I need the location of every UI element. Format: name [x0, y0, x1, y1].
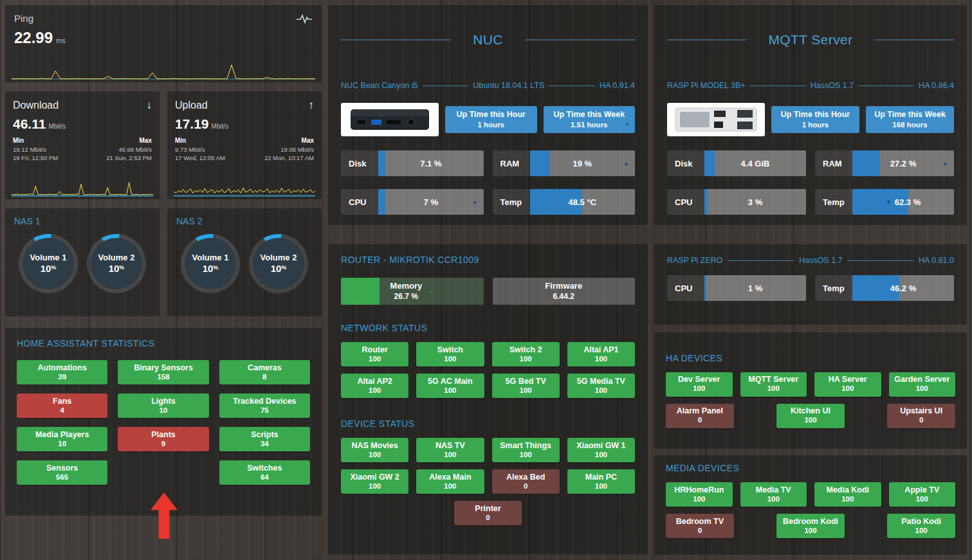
router-memory-bar: Memory 26.7 % ▲	[341, 278, 484, 305]
stat-value: 4.4 GiB	[741, 159, 770, 168]
ha-version: HA 0.86.4	[919, 81, 954, 90]
status-button[interactable]: Garden Server 100	[889, 372, 956, 397]
stat-value: 27.2 %	[890, 159, 916, 168]
firmware-value: 6.44.2	[553, 292, 574, 302]
status-button[interactable]: Media Kodi 100	[814, 482, 881, 507]
stat-value: 19 %	[573, 159, 592, 168]
stat-label: CPU	[667, 284, 704, 293]
ha-version: HA 0.91.4	[600, 81, 635, 90]
divider-line	[341, 39, 451, 41]
status-button[interactable]: HRHomeRun 100	[666, 482, 733, 507]
entity-count-button[interactable]: Plants 9	[118, 427, 208, 451]
status-button[interactable]: Patio Kodi 100	[887, 514, 955, 538]
stat-value: 3 %	[748, 197, 762, 207]
up-triangle-icon	[623, 161, 629, 167]
ping-sparkline	[12, 63, 315, 80]
entity-count-button[interactable]: Automations 39	[17, 360, 107, 384]
status-label: 5G Bed TV	[506, 377, 546, 386]
entity-count-button[interactable]: Sensors 565	[17, 460, 107, 485]
status-button[interactable]: Switch 2 100	[492, 342, 560, 366]
status-label: Printer	[475, 504, 500, 514]
ha-devices-title: HA DEVICES	[666, 353, 955, 363]
stat-cell: Temp 62.3 %	[815, 189, 954, 215]
entity-count: 39	[58, 373, 66, 382]
status-button[interactable]: Alexa Bed 0	[492, 469, 560, 494]
status-button[interactable]: Printer 0	[454, 501, 522, 525]
speedtest-column: Ping 22.99ms Download ↓	[5, 5, 322, 555]
entity-label: Sensors	[46, 464, 78, 473]
status-value: 100	[444, 482, 456, 491]
download-title: Download	[13, 100, 59, 111]
uptime-week-button[interactable]: Up Time this Week 168 hours	[866, 106, 954, 133]
status-button[interactable]: HA Server 100	[814, 372, 881, 397]
status-button[interactable]: Bedroom TV 0	[666, 514, 734, 538]
status-button[interactable]: NAS TV 100	[416, 438, 484, 462]
status-button[interactable]: MQTT Server 100	[740, 372, 807, 397]
status-button[interactable]: Bedroom Kodi 100	[776, 514, 845, 538]
status-value: 100	[369, 482, 381, 491]
home-assistant-statistics-card: HOME ASSISTANT STATISTICS Automations 39…	[5, 328, 322, 516]
status-button[interactable]: Xiaomi GW 2 100	[341, 469, 408, 494]
entity-count-button[interactable]: Lights 10	[118, 393, 208, 418]
download-card: Download ↓ 46.11Mbit/s Min 19.12 Mbit/s …	[5, 91, 160, 199]
entity-count-button[interactable]: Scripts 34	[219, 427, 310, 451]
status-button[interactable]: Alarm Panel 0	[666, 404, 734, 428]
entity-label: Lights	[151, 397, 176, 406]
entity-count-button[interactable]: Binary Sensors 158	[118, 360, 208, 384]
stat-label: Temp	[493, 197, 530, 207]
entity-count-button[interactable]: Media Players 10	[17, 427, 107, 451]
status-button[interactable]: Main PC 100	[567, 469, 635, 494]
stat-cell: CPU 7 %	[341, 189, 484, 215]
status-button[interactable]: Alexa Main 100	[416, 469, 484, 494]
ha-statistics-title: HOME ASSISTANT STATISTICS	[17, 338, 310, 348]
status-button[interactable]: Smart Things 100	[492, 438, 560, 462]
download-min: Min 19.12 Mbit/s 19 Fri, 12:50 PM	[13, 136, 58, 163]
os-name: HassOS 1.7	[799, 256, 842, 265]
stat-cell: Temp 46.2 %	[815, 275, 954, 301]
status-value: 100	[841, 495, 854, 504]
stat-bar: 62.3 %	[852, 189, 954, 215]
divider-line	[667, 39, 746, 41]
nuc-title: NUC	[473, 32, 503, 48]
status-label: NAS TV	[436, 441, 465, 451]
entity-count-button[interactable]: Switches 64	[219, 460, 310, 485]
status-label: Garden Server	[894, 375, 949, 384]
status-button[interactable]: 5G Bed TV 100	[492, 374, 560, 398]
status-button[interactable]: Switch 100	[416, 342, 484, 366]
uptime-hour-button[interactable]: Up Time this Hour 1 hours	[771, 106, 859, 133]
stat-value: 46.2 %	[890, 284, 916, 293]
upload-min: Min 9.73 Mbit/s 17 Wed, 12:05 AM	[175, 136, 225, 163]
status-button[interactable]: 5G Media TV 100	[567, 374, 635, 398]
gauge-value: 10%	[109, 263, 125, 275]
stat-bar: 27.2 %	[852, 150, 954, 176]
status-value: 0	[919, 416, 923, 425]
gauge-label: Volume 1	[192, 253, 229, 262]
entity-count-button[interactable]: Fans 4	[17, 393, 107, 418]
status-button[interactable]: 5G AC Main 100	[416, 374, 484, 398]
status-button[interactable]: Xiaomi GW 1 100	[567, 438, 635, 462]
status-button[interactable]: NAS Movies 100	[341, 438, 408, 462]
device-name: RASP Pi MODEL 3B+	[667, 81, 746, 90]
status-button[interactable]: Upstairs UI 0	[887, 404, 955, 428]
uptime-hour-button[interactable]: Up Time this Hour 1 hours	[445, 106, 537, 133]
status-button[interactable]: Altai AP1 100	[567, 342, 635, 366]
entity-count: 9	[161, 440, 165, 449]
uptime-week-button[interactable]: Up Time this Week 1.51 hours	[544, 106, 636, 133]
status-button[interactable]: Dev Server 100	[666, 372, 733, 397]
upload-value: 17.19Mbit/s	[175, 116, 314, 132]
entity-count-button[interactable]: Tracked Devices 75	[219, 393, 310, 418]
status-button[interactable]: Media TV 100	[740, 482, 807, 507]
device-status-title: DEVICE STATUS	[341, 419, 635, 429]
status-value: 0	[698, 527, 702, 536]
nas2-card: NAS 2 Volume 1 10% Volume 2	[167, 208, 322, 316]
status-button[interactable]: Kitchen UI 100	[776, 404, 845, 428]
stat-cell: RAM 27.2 %	[815, 150, 954, 176]
entity-count-button[interactable]: Cameras 8	[219, 360, 310, 384]
status-button[interactable]: Altai AP2 100	[341, 374, 408, 398]
status-label: Xiaomi GW 2	[350, 473, 399, 482]
status-label: Switch	[437, 345, 463, 355]
media-devices-row1: HRHomeRun 100 Media TV 100 Media Kodi 10…	[666, 482, 955, 507]
status-button[interactable]: Router 100	[341, 342, 408, 366]
status-button[interactable]: Apple TV 100	[889, 482, 956, 507]
status-label: HA Server	[829, 375, 867, 384]
